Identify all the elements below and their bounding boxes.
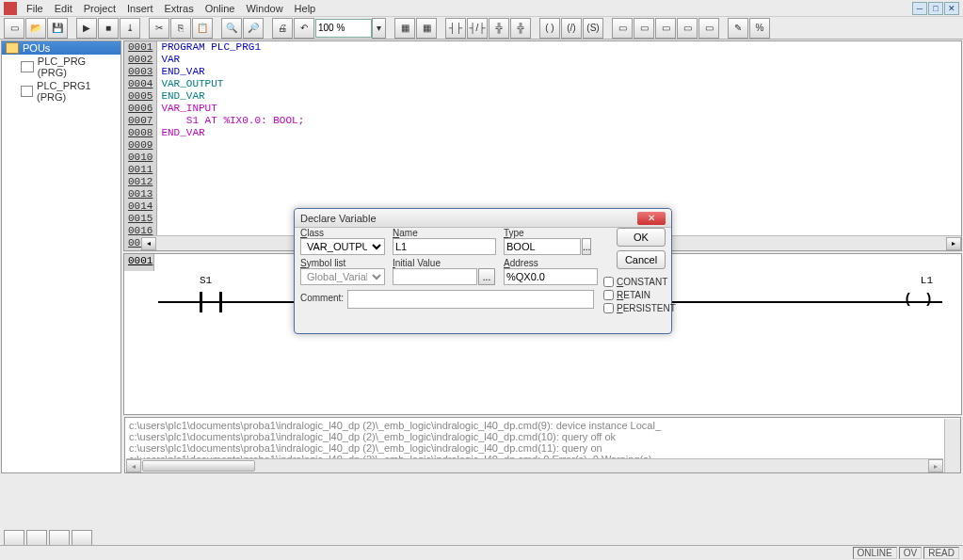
tree-item-plcprg[interactable]: PLC_PRG (PRG) xyxy=(2,55,120,79)
msg-vscrollbar[interactable] xyxy=(944,419,960,472)
menubar: File Edit Project Insert Extras Online W… xyxy=(0,0,963,17)
msg-line: c:\users\plc1\documents\proba1\indralogi… xyxy=(129,442,956,454)
tb-box4-icon[interactable]: ▭ xyxy=(677,18,698,39)
toolbar: ▭ 📂 💾 ▶ ■ ⤓ ✂ ⎘ 📋 🔍 🔎 🖨 ↶ ▾ ▦ ▦ ┤├ ┤/├ ╬… xyxy=(0,17,963,40)
message-panel: c:\users\plc1\documents\proba1\indralogi… xyxy=(124,417,961,473)
zoom-combo[interactable] xyxy=(315,19,372,38)
tb-misc2-icon[interactable]: % xyxy=(749,18,770,39)
minimize-button[interactable]: ─ xyxy=(912,2,927,15)
tb-copy-icon[interactable]: ⎘ xyxy=(170,18,191,39)
tb-paste-icon[interactable]: 📋 xyxy=(192,18,213,39)
tb-contact-neg-icon[interactable]: ┤/├ xyxy=(467,18,488,39)
menu-window[interactable]: Window xyxy=(240,3,288,14)
scroll-right-icon[interactable]: ▸ xyxy=(946,237,961,250)
app-icon xyxy=(4,2,17,15)
tb-find-icon[interactable]: 🔍 xyxy=(221,18,242,39)
menu-edit[interactable]: Edit xyxy=(49,3,78,14)
persistent-checkbox[interactable]: PERSISTENT xyxy=(603,301,666,314)
initial-browse-button[interactable]: ... xyxy=(478,268,495,285)
dialog-titlebar[interactable]: Declare Variable ✕ xyxy=(295,209,671,228)
tb-box5-icon[interactable]: ▭ xyxy=(698,18,719,39)
ladder-contact[interactable] xyxy=(200,288,222,314)
tb-ld-network-icon[interactable]: ▦ xyxy=(394,18,415,39)
dialog-title: Declare Variable xyxy=(300,213,377,224)
scroll-left-icon[interactable]: ◂ xyxy=(126,459,141,472)
menu-file[interactable]: File xyxy=(21,3,49,14)
retain-checkbox[interactable]: RETAIN xyxy=(603,288,666,301)
menu-project[interactable]: Project xyxy=(78,3,121,14)
tb-step-icon[interactable]: ⤓ xyxy=(120,18,140,39)
ok-button[interactable]: OK xyxy=(617,228,666,247)
initial-label: Initial Value xyxy=(393,258,498,268)
symbol-combo[interactable]: Global_Variables xyxy=(300,268,385,285)
msg-hscrollbar[interactable]: ◂ ▸ xyxy=(126,458,943,472)
tb-run-icon[interactable]: ▶ xyxy=(76,18,97,39)
ladder-coil[interactable]: ( ) xyxy=(904,292,935,308)
rung-number: 0001 xyxy=(124,254,154,271)
status-online: ONLINE xyxy=(853,547,897,559)
tb-box3-icon[interactable]: ▭ xyxy=(655,18,676,39)
comment-input[interactable] xyxy=(347,290,594,309)
menu-extras[interactable]: Extras xyxy=(158,3,199,14)
menu-insert[interactable]: Insert xyxy=(121,3,159,14)
coil-label: L1 xyxy=(921,275,933,286)
tb-findnext-icon[interactable]: 🔎 xyxy=(243,18,264,39)
window-controls: ─ □ ✕ xyxy=(912,2,959,15)
tb-parallel-icon[interactable]: ╬ xyxy=(489,18,509,39)
status-ov: OV xyxy=(899,547,922,559)
status-read: READ xyxy=(923,547,959,559)
tree-root-pous[interactable]: POUs xyxy=(2,41,120,55)
tree-root-label: POUs xyxy=(23,42,50,54)
scroll-right-icon[interactable]: ▸ xyxy=(928,459,943,472)
pou-icon xyxy=(21,86,33,97)
tb-cut-icon[interactable]: ✂ xyxy=(149,18,169,39)
tb-coil-icon[interactable]: ( ) xyxy=(539,18,560,39)
scroll-left-icon[interactable]: ◂ xyxy=(141,237,156,250)
menu-online[interactable]: Online xyxy=(200,3,241,14)
statusbar: ONLINE OV READ xyxy=(0,545,963,560)
close-button[interactable]: ✕ xyxy=(944,2,959,15)
tb-save-icon[interactable]: 💾 xyxy=(47,18,68,39)
zoom-dropdown-icon[interactable]: ▾ xyxy=(372,18,386,39)
tb-contact-icon[interactable]: ┤├ xyxy=(445,18,466,39)
initial-input[interactable] xyxy=(393,268,477,285)
tb-coil-neg-icon[interactable]: (/) xyxy=(561,18,582,39)
class-combo[interactable]: VAR_OUTPUT xyxy=(300,238,385,255)
address-label: Address xyxy=(504,258,598,268)
symbol-label: Symbol list xyxy=(300,258,387,268)
name-label: Name xyxy=(393,228,498,238)
comment-label: Comment: xyxy=(300,293,344,303)
tb-undo-icon[interactable]: ↶ xyxy=(294,18,314,39)
tb-open-icon[interactable]: 📂 xyxy=(25,18,46,39)
declare-variable-dialog: Declare Variable ✕ CClasslass VAR_OUTPUT… xyxy=(294,208,672,334)
scroll-thumb[interactable] xyxy=(142,460,255,472)
tb-stop-icon[interactable]: ■ xyxy=(98,18,119,39)
tb-box2-icon[interactable]: ▭ xyxy=(634,18,654,39)
tree-item-plcprg1[interactable]: PLC_PRG1 (PRG) xyxy=(2,79,120,104)
contact-label: S1 xyxy=(200,275,212,286)
tree-item-label: PLC_PRG1 (PRG) xyxy=(37,80,117,103)
tb-misc1-icon[interactable]: ✎ xyxy=(728,18,748,39)
dialog-close-button[interactable]: ✕ xyxy=(637,212,666,225)
project-tree: POUs PLC_PRG (PRG) PLC_PRG1 (PRG) xyxy=(1,40,121,473)
msg-line: c:\users\plc1\documents\proba1\indralogi… xyxy=(129,420,956,431)
tb-new-icon[interactable]: ▭ xyxy=(4,18,24,39)
tb-coil-set-icon[interactable]: (S) xyxy=(583,18,603,39)
tb-parallel2-icon[interactable]: ╬ xyxy=(510,18,531,39)
pou-icon xyxy=(21,61,34,72)
type-label: Type xyxy=(504,228,590,238)
line-gutter: 0001000200030004000500060007000800090010… xyxy=(124,41,157,250)
type-browse-button[interactable]: ... xyxy=(582,238,591,255)
maximize-button[interactable]: □ xyxy=(928,2,943,15)
menu-help[interactable]: Help xyxy=(289,3,322,14)
tb-ld-network2-icon[interactable]: ▦ xyxy=(416,18,437,39)
tree-item-label: PLC_PRG (PRG) xyxy=(38,56,117,78)
msg-line: c:\users\plc1\documents\proba1\indralogi… xyxy=(129,431,956,442)
cancel-button[interactable]: Cancel xyxy=(617,250,666,269)
name-input[interactable] xyxy=(393,238,496,255)
tb-box-icon[interactable]: ▭ xyxy=(612,18,633,39)
address-input[interactable] xyxy=(504,268,598,285)
tb-print-icon[interactable]: 🖨 xyxy=(272,18,293,39)
constant-checkbox[interactable]: CONSTANT xyxy=(603,275,666,288)
type-input[interactable] xyxy=(504,238,581,255)
